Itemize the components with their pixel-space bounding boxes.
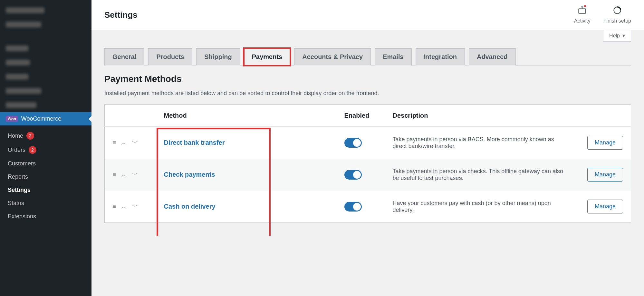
admin-sidebar: Woo WooCommerce Home 2 Orders 2 Customer…: [0, 0, 91, 296]
sidebar-item-label: Home: [8, 133, 23, 139]
move-up-icon[interactable]: ︿: [121, 202, 127, 211]
tab-label: Products: [156, 53, 184, 60]
method-link-check[interactable]: Check payments: [164, 171, 215, 178]
activity-button[interactable]: Activity: [574, 6, 591, 24]
move-down-icon[interactable]: ﹀: [132, 138, 138, 147]
sidebar-item-label: Orders: [8, 147, 25, 153]
sidebar-item-blurred: [0, 84, 91, 98]
enabled-toggle[interactable]: [344, 138, 362, 148]
inbox-icon: [578, 6, 587, 16]
sidebar-item-blurred: [0, 70, 91, 84]
manage-button[interactable]: Manage: [587, 168, 623, 182]
section-description: Installed payment methods are listed bel…: [104, 90, 631, 97]
sort-controls: ≡ ︿ ﹀: [112, 170, 149, 179]
table-row: ≡ ︿ ﹀ Direct bank transfer Take payments…: [105, 127, 631, 159]
move-up-icon[interactable]: ︿: [121, 138, 127, 147]
table-header-enabled: Enabled: [337, 105, 385, 127]
tab-label: Shipping: [204, 53, 232, 60]
move-down-icon[interactable]: ﹀: [132, 202, 138, 211]
help-tab-button[interactable]: Help ▾: [603, 30, 631, 42]
tab-label: Payments: [252, 53, 283, 60]
tab-shipping[interactable]: Shipping: [196, 48, 240, 65]
method-description: Have your customers pay with cash (or by…: [385, 191, 573, 223]
manage-button[interactable]: Manage: [587, 136, 623, 150]
drag-handle-icon[interactable]: ≡: [112, 139, 116, 146]
table-row: ≡ ︿ ﹀ Check payments Take payments in pe…: [105, 159, 631, 191]
sort-controls: ≡ ︿ ﹀: [112, 202, 149, 211]
method-link-direct-bank[interactable]: Direct bank transfer: [164, 139, 225, 146]
sidebar-item-label: Customers: [8, 160, 36, 167]
table-header-actions: [573, 105, 631, 127]
tab-emails[interactable]: Emails: [375, 48, 411, 65]
payment-methods-table: Method Enabled Description ≡ ︿: [104, 104, 631, 223]
woo-logo-icon: Woo: [6, 116, 18, 122]
sidebar-item-blurred: [0, 41, 91, 55]
sidebar-item-customers[interactable]: Customers: [8, 157, 91, 170]
method-description: Take payments in person via checks. This…: [385, 159, 573, 191]
tab-label: General: [112, 53, 136, 60]
tab-label: Integration: [424, 53, 457, 60]
sidebar-item-blurred: [0, 3, 91, 17]
tab-label: Advanced: [477, 53, 508, 60]
sidebar-item-home[interactable]: Home 2: [8, 129, 91, 143]
sort-controls: ≡ ︿ ﹀: [112, 138, 149, 147]
finish-setup-button[interactable]: Finish setup: [603, 6, 631, 24]
enabled-toggle[interactable]: [344, 202, 362, 212]
method-link-cash[interactable]: Cash on delivery: [164, 203, 216, 210]
sidebar-item-label: Reports: [8, 173, 28, 180]
topbar: Settings Activity Finish setup: [91, 0, 644, 30]
topbar-actions: Activity Finish setup: [574, 6, 631, 24]
table-header-method: Method: [156, 105, 337, 127]
table-header-sort: [105, 105, 156, 127]
sidebar-submenu: Home 2 Orders 2 Customers Reports Settin…: [0, 125, 91, 223]
sidebar-item-status[interactable]: Status: [8, 197, 91, 210]
tab-label: Emails: [383, 53, 403, 60]
page-title: Settings: [104, 10, 138, 20]
tab-advanced[interactable]: Advanced: [469, 48, 516, 65]
sidebar-item-label: Extensions: [8, 213, 36, 220]
sidebar-item-reports[interactable]: Reports: [8, 170, 91, 183]
table-header-description: Description: [385, 105, 573, 127]
drag-handle-icon[interactable]: ≡: [112, 171, 116, 178]
count-badge: 2: [26, 132, 34, 140]
tab-products[interactable]: Products: [148, 48, 192, 65]
tab-payments[interactable]: Payments: [244, 48, 291, 65]
move-up-icon[interactable]: ︿: [121, 170, 127, 179]
svg-rect-0: [579, 9, 586, 13]
settings-tabs: General Products Shipping Payments Accou…: [104, 48, 631, 65]
sidebar-item-label: Status: [8, 200, 24, 207]
method-description: Take payments in person via BACS. More c…: [385, 127, 573, 159]
sidebar-item-blurred: [0, 17, 91, 32]
finish-setup-label: Finish setup: [603, 18, 631, 24]
sidebar-item-woocommerce[interactable]: Woo WooCommerce: [0, 112, 91, 125]
tab-accounts-privacy[interactable]: Accounts & Privacy: [294, 48, 371, 65]
move-down-icon[interactable]: ﹀: [132, 170, 138, 179]
sidebar-item-label: Settings: [8, 187, 31, 193]
count-badge: 2: [29, 146, 36, 154]
tab-general[interactable]: General: [104, 48, 144, 65]
tab-label: Accounts & Privacy: [302, 53, 363, 60]
help-label: Help: [609, 33, 620, 39]
sidebar-item-settings[interactable]: Settings: [8, 183, 91, 197]
activity-label: Activity: [574, 18, 591, 24]
tab-integration[interactable]: Integration: [416, 48, 465, 65]
drag-handle-icon[interactable]: ≡: [112, 203, 116, 210]
methods-table-wrapper: Method Enabled Description ≡ ︿: [104, 104, 631, 223]
content-area: Help ▾ General Products Shipping Payment…: [91, 30, 644, 236]
chevron-down-icon: ▾: [622, 33, 625, 39]
section-title: Payment Methods: [104, 74, 631, 84]
main-content: Settings Activity Finish setup: [91, 0, 644, 296]
sidebar-item-orders[interactable]: Orders 2: [8, 143, 91, 157]
sidebar-item-extensions[interactable]: Extensions: [8, 210, 91, 223]
manage-button[interactable]: Manage: [587, 200, 623, 213]
enabled-toggle[interactable]: [344, 170, 362, 180]
sidebar-item-label: WooCommerce: [21, 115, 62, 122]
sidebar-item-blurred: [0, 55, 91, 70]
sidebar-item-blurred: [0, 98, 91, 112]
table-row: ≡ ︿ ﹀ Cash on delivery Have your custome…: [105, 191, 631, 223]
progress-circle-icon: [613, 6, 622, 16]
